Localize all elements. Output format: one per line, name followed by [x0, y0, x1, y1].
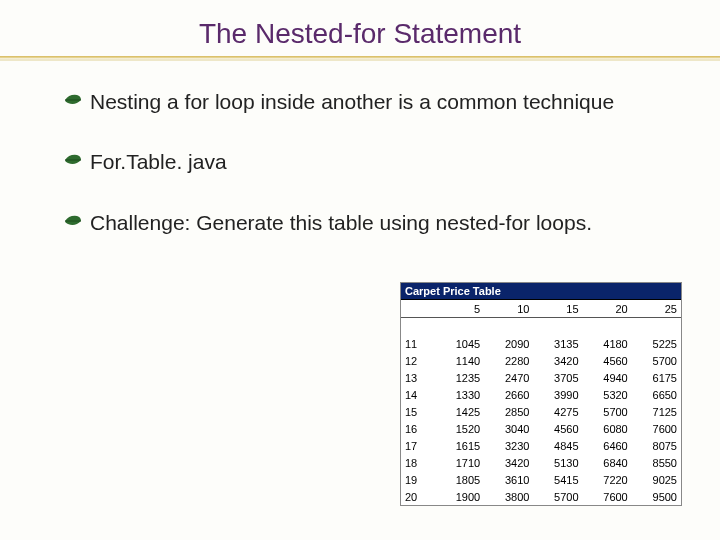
row-label: 16	[401, 420, 435, 437]
table-cell: 7220	[583, 471, 632, 488]
table-cell: 1710	[435, 454, 484, 471]
content-area: Nesting a for loop inside another is a c…	[0, 59, 720, 236]
table-cell: 1520	[435, 420, 484, 437]
table-cell: 3420	[533, 352, 582, 369]
bullet-item: Challenge: Generate this table using nes…	[90, 210, 674, 236]
table-cell: 1235	[435, 369, 484, 386]
table-row: 1716153230484564608075	[401, 437, 681, 454]
leaf-icon	[64, 214, 82, 228]
row-label: 11	[401, 335, 435, 352]
table-cell: 3230	[484, 437, 533, 454]
row-label: 13	[401, 369, 435, 386]
table-cell: 1140	[435, 352, 484, 369]
row-label: 18	[401, 454, 435, 471]
row-label: 12	[401, 352, 435, 369]
table-cell: 5130	[533, 454, 582, 471]
table-cell: 9500	[632, 488, 681, 505]
table-cell: 8550	[632, 454, 681, 471]
price-table-window: Carpet Price Table 5 10 15 20 25 1110452…	[400, 282, 682, 506]
table-cell: 3990	[533, 386, 582, 403]
table-cell: 7125	[632, 403, 681, 420]
table-cell: 9025	[632, 471, 681, 488]
slide-title: The Nested-for Statement	[0, 0, 720, 50]
row-label: 17	[401, 437, 435, 454]
table-cell: 6840	[583, 454, 632, 471]
table-cell: 1900	[435, 488, 484, 505]
table-cell: 3040	[484, 420, 533, 437]
table-cell: 4845	[533, 437, 582, 454]
table-cell: 4180	[583, 335, 632, 352]
bullet-text: Challenge: Generate this table using nes…	[90, 211, 592, 234]
table-row: 1514252850427557007125	[401, 403, 681, 420]
table-cell: 4275	[533, 403, 582, 420]
table-row: 1918053610541572209025	[401, 471, 681, 488]
row-label: 19	[401, 471, 435, 488]
table-cell: 6080	[583, 420, 632, 437]
table-cell: 3705	[533, 369, 582, 386]
table-cell: 7600	[583, 488, 632, 505]
table-row: 1110452090313541805225	[401, 335, 681, 352]
table-cell: 5700	[533, 488, 582, 505]
table-cell: 3135	[533, 335, 582, 352]
table-body: 1110452090313541805225121140228034204560…	[401, 318, 681, 506]
table-header-cell: 20	[583, 300, 632, 318]
table-cell: 1805	[435, 471, 484, 488]
table-header-cell: 15	[533, 300, 582, 318]
bullet-text: For.Table. java	[90, 150, 227, 173]
title-divider	[0, 56, 720, 59]
row-label: 20	[401, 488, 435, 505]
bullet-text: Nesting a for loop inside another is a c…	[90, 90, 614, 113]
table-cell: 1330	[435, 386, 484, 403]
table-header-row: 5 10 15 20 25	[401, 300, 681, 318]
price-table: 5 10 15 20 25 11104520903135418052251211…	[401, 300, 681, 505]
table-cell: 5320	[583, 386, 632, 403]
table-cell: 5225	[632, 335, 681, 352]
table-cell: 2470	[484, 369, 533, 386]
table-row: 1615203040456060807600	[401, 420, 681, 437]
leaf-icon	[64, 153, 82, 167]
table-cell: 5415	[533, 471, 582, 488]
table-cell: 6460	[583, 437, 632, 454]
row-label: 14	[401, 386, 435, 403]
table-cell: 5700	[583, 403, 632, 420]
table-cell: 6175	[632, 369, 681, 386]
table-header-cell	[401, 300, 435, 318]
table-row: 1413302660399053206650	[401, 386, 681, 403]
table-cell: 3420	[484, 454, 533, 471]
table-row: 1817103420513068408550	[401, 454, 681, 471]
bullet-item: Nesting a for loop inside another is a c…	[90, 89, 674, 115]
table-cell: 4560	[583, 352, 632, 369]
slide: The Nested-for Statement Nesting a for l…	[0, 0, 720, 540]
table-cell: 7600	[632, 420, 681, 437]
table-cell: 3610	[484, 471, 533, 488]
table-cell: 2280	[484, 352, 533, 369]
table-row: 1312352470370549406175	[401, 369, 681, 386]
table-cell: 1615	[435, 437, 484, 454]
table-cell: 5700	[632, 352, 681, 369]
table-cell: 4940	[583, 369, 632, 386]
table-cell: 3800	[484, 488, 533, 505]
table-row: 1211402280342045605700	[401, 352, 681, 369]
table-cell: 2090	[484, 335, 533, 352]
bullet-item: For.Table. java	[90, 149, 674, 175]
table-cell: 2660	[484, 386, 533, 403]
table-header-cell: 25	[632, 300, 681, 318]
table-cell: 2850	[484, 403, 533, 420]
table-cell: 6650	[632, 386, 681, 403]
table-header-cell: 5	[435, 300, 484, 318]
row-label: 15	[401, 403, 435, 420]
table-cell: 8075	[632, 437, 681, 454]
table-cell: 1425	[435, 403, 484, 420]
leaf-icon	[64, 93, 82, 107]
table-header-cell: 10	[484, 300, 533, 318]
table-row: 2019003800570076009500	[401, 488, 681, 505]
table-cell: 4560	[533, 420, 582, 437]
table-cell: 1045	[435, 335, 484, 352]
window-titlebar: Carpet Price Table	[401, 283, 681, 300]
